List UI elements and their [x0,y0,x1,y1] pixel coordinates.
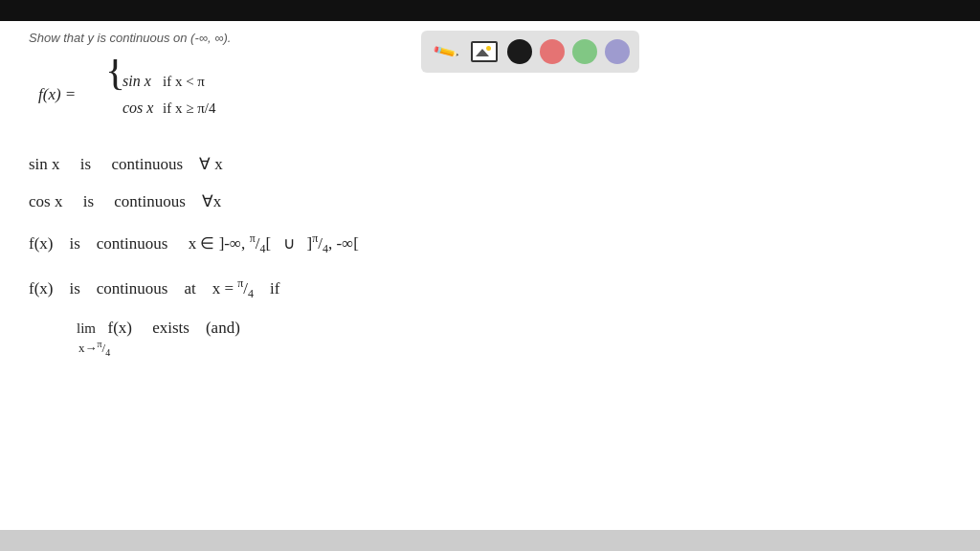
hw-line-5-fcx: f(x) exists (and) [107,319,239,337]
svg-text:sin x: sin x [122,73,151,89]
hw-limit-subscript: x→π/4 [78,339,951,358]
pen-tool-button[interactable]: ✏️ [431,36,461,67]
color-black-button[interactable] [507,39,532,64]
content-area: Show that y is continuous on (-∞, ∞). f(… [0,21,980,530]
piecewise-formula-svg: f(x) = { sin x if x < π cos x if x ≥ π/4 [38,59,335,124]
main-area: ✏️ Show that y is continuous on (-∞, ∞).… [0,21,980,530]
at-point-section: f(x) is continuous at x = π/4 if lim f(x… [29,275,951,358]
hw-line-5-limit: lim [77,320,96,336]
svg-text:cos x: cos x [122,99,153,116]
handwritten-section: sin x is continuous ∀ x cos x is continu… [29,151,951,214]
svg-text:if x < π: if x < π [163,74,205,89]
image-tool-button[interactable] [469,36,500,67]
bottom-bar [0,530,980,551]
svg-text:f(x) =: f(x) = [38,85,76,103]
color-red-button[interactable] [540,39,565,64]
limit-line-container: lim f(x) exists (and) x→π/4 [77,315,951,358]
image-icon [471,41,498,62]
svg-text:if x ≥ π/4: if x ≥ π/4 [163,100,216,116]
continuous-line-section: f(x) is continuous x ∈ ]-∞, π/4[ ∪ ]π/4,… [29,230,951,258]
top-bar [0,0,980,21]
color-green-button[interactable] [572,39,597,64]
toolbar: ✏️ [421,31,639,73]
hw-line-3: f(x) is continuous x ∈ ]-∞, π/4[ ∪ ]π/4,… [29,230,951,258]
color-purple-button[interactable] [605,39,630,64]
hw-line-2: cos x is continuous ∀x [29,188,951,214]
hw-line-1: sin x is continuous ∀ x [29,151,951,177]
pen-icon: ✏️ [432,37,460,66]
hw-line-4: f(x) is continuous at x = π/4 if [29,275,951,303]
